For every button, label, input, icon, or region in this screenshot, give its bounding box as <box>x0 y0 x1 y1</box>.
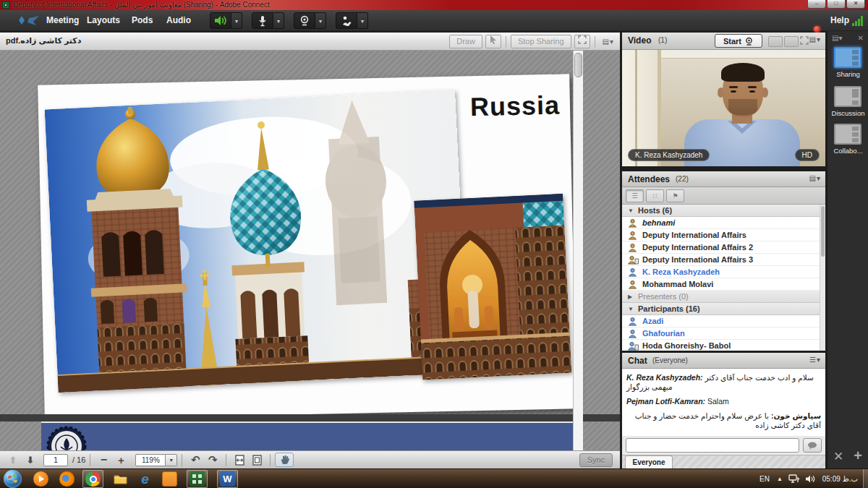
add-layout-icon[interactable]: + <box>854 448 862 464</box>
layout-collaboration-label[interactable]: Collabo... <box>827 147 868 155</box>
raise-hand-button[interactable] <box>336 12 357 29</box>
attendees-pod-menu-icon[interactable]: ▤▾ <box>809 174 821 182</box>
presenters-section-header[interactable]: ▶ Presenters (0) <box>622 291 820 303</box>
windows-flag-icon <box>4 470 22 488</box>
media-player-icon[interactable] <box>33 471 48 487</box>
zoom-out-button[interactable]: − <box>95 453 112 467</box>
attendee-row[interactable]: Azadi <box>622 315 820 328</box>
attendee-row[interactable]: Hoda Ghoreishy- Babol <box>622 340 820 351</box>
connection-status-icon[interactable] <box>852 16 865 26</box>
participant-icon <box>628 317 637 326</box>
menu-help[interactable]: Help <box>830 10 849 31</box>
video-grid-view-icon[interactable] <box>768 36 783 47</box>
sync-button[interactable]: Sync <box>579 453 613 467</box>
raise-hand-caret[interactable]: ▾ <box>357 12 368 29</box>
chat-pod-menu-icon[interactable]: ☰▾ <box>809 356 821 364</box>
firefox-icon[interactable] <box>59 471 75 487</box>
video-filmstrip-view-icon[interactable] <box>784 36 799 47</box>
speaker-button[interactable] <box>210 12 231 29</box>
draw-button[interactable]: Draw <box>449 35 482 48</box>
webcam-caret[interactable]: ▾ <box>315 12 326 29</box>
facade-photo <box>414 194 571 380</box>
tray-language[interactable]: EN <box>760 469 770 488</box>
video-pod-menu-icon[interactable]: ▤▾ <box>809 35 821 43</box>
maximize-button[interactable]: □ <box>827 0 846 9</box>
webcam-button[interactable] <box>294 12 315 29</box>
close-button[interactable]: ✕ <box>846 0 865 9</box>
tray-expand-icon[interactable]: ▲ <box>777 469 783 488</box>
page-down-button[interactable]: ⬇ <box>22 453 39 467</box>
hand-tool-button[interactable] <box>275 453 294 467</box>
remove-layout-icon[interactable]: ✕ <box>833 449 843 464</box>
connect-taskbar-button[interactable] <box>187 470 208 488</box>
attendee-row[interactable]: Deputy International Affairs 2 <box>622 241 820 254</box>
layout-discussion-thumbnail[interactable] <box>834 86 861 107</box>
hosts-section-header[interactable]: ▼ Hosts (6) <box>622 205 820 217</box>
pointer-button[interactable] <box>485 35 501 48</box>
volume-icon[interactable] <box>805 469 816 488</box>
stop-sharing-button[interactable]: Stop Sharing <box>511 35 571 48</box>
menu-pods[interactable]: Pods <box>123 10 161 31</box>
zoom-level-value[interactable]: 119% <box>135 454 166 466</box>
chrome-taskbar-button[interactable] <box>82 470 103 488</box>
attendee-status-view-button[interactable]: ⚑ <box>666 189 684 202</box>
fullscreen-icon <box>578 35 587 44</box>
attendee-row[interactable]: Deputy International Affairs <box>622 229 820 241</box>
attendee-row[interactable]: Deputy International Affairs 3 <box>622 254 820 266</box>
rotate-left-button[interactable]: ↶ <box>187 453 204 467</box>
layout-discussion-label[interactable]: Discussion <box>827 109 868 117</box>
attendee-row[interactable]: behnami <box>622 217 820 229</box>
share-pod-menu-icon[interactable]: ▤▾ <box>600 38 617 46</box>
attendee-row[interactable]: Mohammad Molavi <box>622 278 820 291</box>
page-number-input[interactable]: 1 <box>43 454 68 466</box>
menu-layouts[interactable]: Layouts <box>78 10 129 31</box>
layout-bar-close-icon[interactable]: ✕ <box>858 34 864 42</box>
minimize-button[interactable]: – <box>807 0 826 9</box>
show-desktop-button[interactable] <box>863 469 868 488</box>
layout-sharing-thumbnail[interactable] <box>834 47 861 68</box>
notes-app-icon[interactable] <box>162 471 177 487</box>
vertical-scrollbar[interactable] <box>573 51 583 468</box>
shared-filename: دکتر کاشی زاده.pdf <box>6 36 81 46</box>
vertical-scrollbar-thumb[interactable] <box>574 53 582 77</box>
start-webcam-button[interactable]: Start <box>715 34 762 48</box>
tray-clock[interactable]: ب.ظ 05:09 <box>822 469 858 488</box>
fit-page-button[interactable] <box>248 453 265 467</box>
recording-indicator-icon <box>814 26 820 33</box>
network-icon[interactable] <box>788 469 800 488</box>
fullscreen-button[interactable] <box>574 35 590 48</box>
breakout-view-button[interactable]: ∷ <box>646 189 664 202</box>
word-taskbar-button[interactable]: W <box>217 470 238 488</box>
pointer-icon <box>490 35 497 44</box>
layout-collaboration-thumbnail[interactable] <box>834 124 861 145</box>
chat-input[interactable] <box>626 438 799 453</box>
attendee-name: Hoda Ghoreishy- Babol <box>642 341 731 350</box>
tab-everyone[interactable]: Everyone <box>625 455 673 468</box>
start-button[interactable] <box>4 470 22 488</box>
microphone-button[interactable] <box>252 12 273 29</box>
attendee-list-view-button[interactable]: ☰ <box>626 189 644 202</box>
chat-message: K. Reza Kashyzadeh: سلام و ادب خدمت جناب… <box>626 373 821 392</box>
chat-sender: Pejman Lotfi-Kamran: <box>626 397 705 406</box>
layout-bar: ▤▾ ✕ Sharing Discussion Collabo... ✕ + <box>827 31 868 468</box>
attendee-row[interactable]: Ghafourian <box>622 328 820 340</box>
microphone-caret[interactable]: ▾ <box>273 12 284 29</box>
attendees-pod-count: (22) <box>676 175 689 183</box>
attendees-scrollbar-thumb[interactable] <box>821 206 825 257</box>
fit-width-button[interactable] <box>231 453 248 467</box>
send-message-button[interactable] <box>803 438 822 453</box>
layout-bar-menu-icon[interactable]: ▤▾ <box>832 34 842 42</box>
attendee-row[interactable]: K. Reza Kashyzadeh <box>622 266 820 278</box>
page-up-button[interactable]: ⬆ <box>4 453 22 467</box>
explorer-icon[interactable] <box>113 471 128 487</box>
menu-audio[interactable]: Audio <box>158 10 200 31</box>
internet-explorer-icon[interactable]: e <box>137 471 153 487</box>
layout-sharing-label[interactable]: Sharing <box>827 70 868 78</box>
attendees-scrollbar[interactable] <box>820 205 825 351</box>
rotate-right-button[interactable]: ↷ <box>204 453 221 467</box>
zoom-dropdown-caret[interactable]: ▾ <box>166 454 177 466</box>
speaker-caret[interactable]: ▾ <box>231 12 242 29</box>
participants-section-header[interactable]: ▼ Participants (16) <box>622 303 820 315</box>
participant-icon <box>628 329 637 338</box>
zoom-in-button[interactable]: + <box>112 453 129 467</box>
